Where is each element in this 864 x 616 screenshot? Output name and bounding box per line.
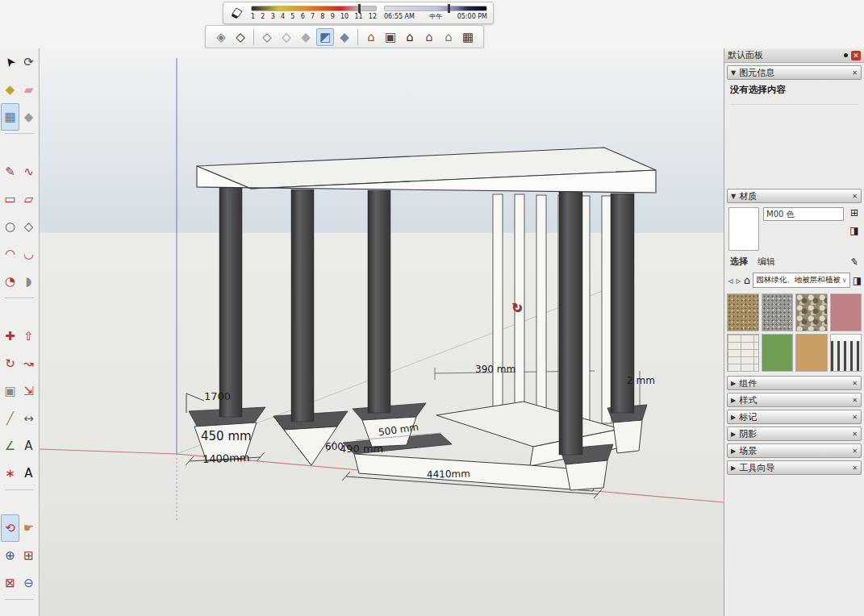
expand-arrow-icon[interactable]: ▶ <box>731 380 736 387</box>
materials-header[interactable]: ▼ 材质 ✕ <box>727 189 862 203</box>
swatch-tan-solid[interactable] <box>795 334 828 372</box>
swatch-grass-green[interactable] <box>762 334 794 372</box>
orbit-arrow-tool[interactable]: ⟳ <box>19 48 38 76</box>
materials-close-icon[interactable]: ✕ <box>852 193 858 200</box>
swatch-gravel-brown[interactable] <box>727 293 759 331</box>
section-shadows[interactable]: ▶阴影✕ <box>727 427 862 441</box>
section-scenes[interactable]: ▶场景✕ <box>727 443 862 458</box>
back-view-icon[interactable]: ⌂ <box>440 28 457 46</box>
previous-view-tool[interactable]: ⊖ <box>19 569 38 597</box>
shaded-icon[interactable]: ◆ <box>297 28 315 46</box>
face-tool[interactable]: ◆ <box>19 103 38 131</box>
section-instructor[interactable]: ▶工具向导✕ <box>727 460 862 475</box>
swatch-rose-solid[interactable] <box>830 293 862 331</box>
tab-edit[interactable]: 编辑 <box>758 256 775 268</box>
time-slider-track[interactable] <box>384 6 487 11</box>
tape-measure-tool[interactable]: ╱ <box>1 405 19 432</box>
line-tool[interactable]: ✎ <box>1 158 19 185</box>
home-icon[interactable]: ⌂ <box>744 274 750 286</box>
tray-close-button[interactable]: ✕ <box>851 51 861 60</box>
zoom-extents-tool[interactable]: ⊠ <box>1 569 19 597</box>
section-close-icon[interactable]: ✕ <box>852 431 858 438</box>
swatch-stone-pavers[interactable] <box>727 334 759 372</box>
secondary-pane-icon[interactable]: ◨ <box>853 275 862 286</box>
pin-icon[interactable] <box>844 53 848 57</box>
expand-arrow-icon[interactable]: ▶ <box>731 464 736 472</box>
iso-view-icon[interactable]: ⌂ <box>362 28 380 46</box>
section-view-icon[interactable]: ▦ <box>459 28 477 46</box>
zoom-tool[interactable]: ⊕ <box>1 542 19 569</box>
tab-select[interactable]: 选择 <box>730 256 748 268</box>
hidden-line-icon[interactable]: ◇ <box>278 28 295 46</box>
material-category-dropdown[interactable]: 园林绿化、地被层和植被 ∨ <box>753 273 849 288</box>
select-tool[interactable]: ➤ <box>1 48 19 76</box>
rotate-tool[interactable]: ↻ <box>1 350 19 377</box>
monochrome-icon[interactable]: ◆ <box>336 28 353 46</box>
back-arrow-icon[interactable]: ◃ <box>728 275 733 286</box>
push-pull-tool[interactable]: ⇧ <box>19 323 38 350</box>
forward-arrow-icon[interactable]: ▹ <box>736 275 741 286</box>
zoom-window-tool[interactable]: ⊞ <box>19 542 38 569</box>
freehand-tool[interactable]: ∿ <box>19 158 38 185</box>
pie-tool[interactable]: ◔ <box>1 268 19 295</box>
expand-arrow-icon[interactable]: ▶ <box>731 431 736 438</box>
3d-text-tool[interactable]: A <box>19 460 38 487</box>
entity-info-close-icon[interactable]: ✕ <box>852 69 858 77</box>
top-view-icon[interactable]: ▣ <box>382 28 399 46</box>
back-edges-icon[interactable]: ◇ <box>232 28 249 46</box>
curve-tool[interactable]: ◗ <box>19 268 38 295</box>
date-slider-track[interactable] <box>251 6 377 11</box>
expand-arrow-icon[interactable]: ▶ <box>731 414 736 421</box>
move-tool[interactable]: ✚ <box>1 323 19 350</box>
create-material-icon[interactable]: ⊞ <box>850 208 858 219</box>
offset-tool[interactable]: ▣ <box>1 377 19 405</box>
polygon-tool[interactable]: ◇ <box>19 213 38 240</box>
shadow-time-slider[interactable]: 06:55 AM 中午 05:00 PM <box>384 6 487 20</box>
swatch-gravel-gray[interactable] <box>762 293 794 331</box>
section-close-icon[interactable]: ✕ <box>852 447 858 455</box>
follow-me-tool[interactable]: ↝ <box>19 350 38 377</box>
sample-paint-icon[interactable]: ✎ <box>849 256 859 268</box>
xray-icon[interactable]: ◈ <box>212 28 230 46</box>
eraser-tool[interactable]: ▰ <box>19 76 38 103</box>
paint-bucket-tool[interactable]: ◆ <box>1 76 19 103</box>
scale-tool[interactable]: ⇲ <box>19 377 38 405</box>
rectangle-tool[interactable]: ▭ <box>1 185 19 213</box>
swatch-river-rock[interactable] <box>795 293 828 331</box>
section-tags[interactable]: ▶标记✕ <box>727 410 862 424</box>
text-tool[interactable]: A <box>19 432 38 460</box>
time-slider-handle[interactable] <box>448 4 450 13</box>
wireframe-icon[interactable]: ◇ <box>258 28 276 46</box>
section-close-icon[interactable]: ✕ <box>852 397 858 404</box>
arc-tool[interactable]: ◠ <box>1 240 19 268</box>
textured-cube-tool[interactable]: ▦ <box>1 103 19 131</box>
two-point-arc-tool[interactable]: ◡ <box>19 240 38 268</box>
circle-tool[interactable]: ○ <box>1 213 19 240</box>
tray-titlebar[interactable]: 默认面板 ✕ <box>724 48 864 63</box>
right-view-icon[interactable]: ⌂ <box>420 28 438 46</box>
section-close-icon[interactable]: ✕ <box>852 414 858 421</box>
front-view-icon[interactable]: ⌂ <box>401 28 419 46</box>
section-styles[interactable]: ▶样式✕ <box>727 393 862 407</box>
shaded-textures-icon[interactable]: ◩ <box>316 28 334 46</box>
date-slider-handle[interactable] <box>358 4 361 13</box>
collapse-arrow-icon[interactable]: ▼ <box>731 193 736 200</box>
entity-info-header[interactable]: ▼ 图元信息 ✕ <box>727 65 862 80</box>
expand-arrow-icon[interactable]: ▶ <box>731 447 736 455</box>
dimension-tool[interactable]: ↔ <box>19 405 38 432</box>
shadow-date-slider[interactable]: 123456789101112 <box>251 6 377 20</box>
rotated-rectangle-tool[interactable]: ▱ <box>19 185 38 213</box>
expand-arrow-icon[interactable]: ▶ <box>731 397 736 404</box>
collapse-arrow-icon[interactable]: ▼ <box>731 69 736 77</box>
section-close-icon[interactable]: ✕ <box>852 464 858 472</box>
protractor-tool[interactable]: ∠ <box>1 432 19 460</box>
material-name-field[interactable]: M00 色 <box>763 207 844 221</box>
display-pane-icon[interactable]: ◨ <box>849 226 858 236</box>
section-close-icon[interactable]: ✕ <box>852 380 858 387</box>
pan-tool[interactable]: ☛ <box>19 514 38 542</box>
orbit-tool[interactable]: ⟲ <box>1 514 19 542</box>
section-components[interactable]: ▶组件✕ <box>727 376 862 390</box>
swatch-picket-fence[interactable] <box>830 334 862 372</box>
shadow-toggle-icon[interactable] <box>229 6 244 19</box>
axes-tool[interactable]: ∗ <box>1 460 19 487</box>
